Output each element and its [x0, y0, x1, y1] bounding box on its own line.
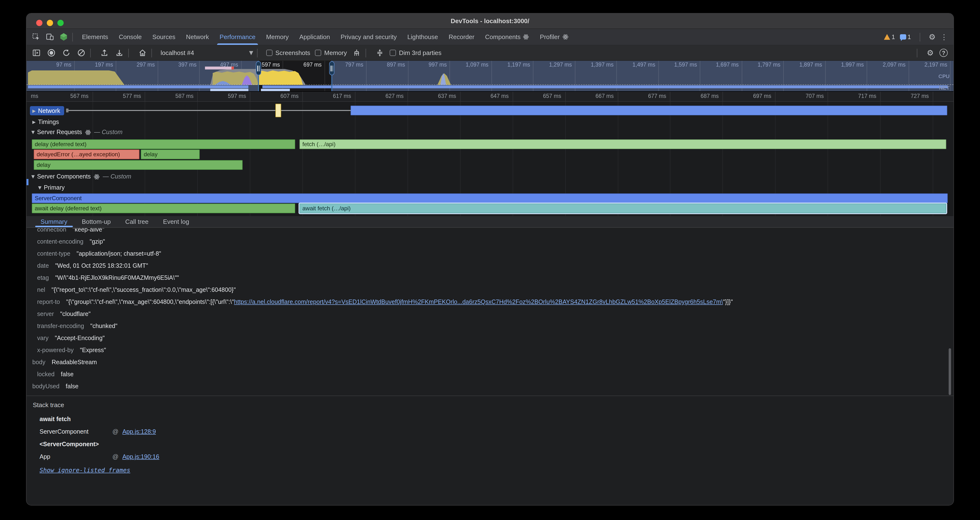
tab-label: Performance	[220, 33, 256, 41]
track-label-network[interactable]: ▶Network	[30, 106, 64, 115]
property-value: false	[66, 383, 79, 390]
details-tab-event-log[interactable]: Event log	[156, 216, 196, 227]
home-icon[interactable]	[137, 48, 148, 58]
tab-lighthouse[interactable]: Lighthouse	[402, 29, 443, 45]
collapse-sections-icon[interactable]	[374, 48, 385, 58]
reload-record-button[interactable]	[61, 48, 72, 58]
stack-frame: await fetch	[33, 413, 953, 425]
ruler-tick	[670, 92, 671, 101]
tab-network[interactable]: Network	[181, 29, 214, 45]
ruler-tick	[880, 92, 881, 101]
clear-button[interactable]	[76, 48, 86, 58]
overview-tick-label: 1,397 ms	[591, 62, 614, 68]
tab-label: Privacy and security	[341, 33, 397, 41]
screenshots-checkbox[interactable]	[266, 50, 272, 56]
selected-network-request-marker[interactable]	[275, 104, 281, 117]
overview-tick-label: 1,097 ms	[466, 62, 488, 68]
group-label-text: Server Components	[37, 173, 91, 180]
tab-components[interactable]: Components	[480, 29, 535, 45]
tab-sources[interactable]: Sources	[147, 29, 181, 45]
selection-right-handle[interactable]	[329, 61, 334, 75]
settings-gear-icon[interactable]: ⚙	[929, 32, 935, 41]
react-atom-icon	[85, 129, 91, 135]
timeline-entry[interactable]: delay	[34, 160, 243, 170]
timeline-entry[interactable]: delay	[141, 149, 200, 159]
summary-scrollbar-thumb[interactable]	[949, 348, 951, 395]
divider	[128, 48, 129, 57]
memory-checkbox[interactable]	[315, 50, 321, 56]
tab-console[interactable]: Console	[113, 29, 147, 45]
group-label-text: Primary	[44, 184, 65, 191]
timeline-entry-selected[interactable]: await fetch (…/api)	[299, 204, 946, 213]
frame-source-link[interactable]: App.js:190:16	[122, 453, 159, 460]
report-endpoint-link[interactable]: https://a.nel.cloudflare.com/report/v4?s…	[234, 299, 723, 305]
overview-tick-label: 197 ms	[95, 62, 113, 68]
show-ignore-listed-frames-link[interactable]: Show ignore-listed frames	[40, 464, 130, 476]
warnings-counter[interactable]: 1	[884, 33, 895, 40]
garbage-collect-icon[interactable]	[351, 48, 362, 58]
tab-memory[interactable]: Memory	[261, 29, 294, 45]
details-tab-summary[interactable]: Summary	[33, 216, 75, 227]
help-icon[interactable]: ?	[940, 49, 948, 57]
property-value: "gzip"	[90, 238, 105, 245]
overview-activity-shape	[28, 70, 124, 85]
frame-function-name: <ServerComponent>	[40, 438, 112, 450]
save-profile-icon[interactable]	[114, 48, 124, 58]
tab-application[interactable]: Application	[294, 29, 335, 45]
overview-tick-label: 1,797 ms	[758, 62, 781, 68]
overview-tick-label: 497 ms	[220, 62, 238, 68]
frame-at-symbol: @	[112, 453, 118, 460]
overview-tick-label: 1,597 ms	[674, 62, 697, 68]
tab-privacy-and-security[interactable]: Privacy and security	[336, 29, 402, 45]
frame-at-symbol: @	[112, 428, 118, 435]
devtools-tabbar: ElementsConsoleSourcesNetworkPerformance…	[27, 29, 953, 45]
timeline-overview[interactable]: 97 ms197 ms297 ms397 ms497 ms597 ms697 m…	[27, 61, 953, 92]
summary-property-row: vary"Accept-Encoding"	[27, 332, 953, 344]
timeline-entry[interactable]: delay (deferred text)	[32, 139, 295, 149]
history-dropdown[interactable]: localhost #4 ▼	[161, 49, 253, 56]
kebab-menu-icon[interactable]: ⋮	[940, 33, 948, 41]
show-sidebar-icon[interactable]	[31, 48, 41, 58]
timeline-ruler[interactable]: ms567 ms577 ms587 ms597 ms607 ms617 ms62…	[27, 92, 953, 102]
frame-source-link[interactable]: App.js:128:9	[122, 428, 156, 435]
ruler-tick-label: 637 ms	[438, 93, 456, 99]
record-button[interactable]	[46, 48, 56, 58]
details-tabbar: SummaryBottom-upCall treeEvent log	[27, 216, 953, 228]
ruler-tick	[512, 92, 513, 101]
capture-settings-gear-icon[interactable]: ⚙	[927, 48, 934, 57]
messages-counter[interactable]: 1	[900, 33, 911, 40]
group-label-server-requests[interactable]: ▼Server Requests— Custom	[31, 129, 123, 135]
tab-profiler[interactable]: Profiler	[535, 29, 574, 45]
tab-elements[interactable]: Elements	[77, 29, 113, 45]
summary-property-row: lockedfalse	[27, 369, 953, 381]
timeline-entry[interactable]: fetch (…/api)	[299, 139, 946, 149]
tab-recorder[interactable]: Recorder	[443, 29, 480, 45]
network-activity-bar[interactable]	[351, 106, 947, 115]
group-label-primary[interactable]: ▼Primary	[38, 184, 65, 191]
group-label-server-components[interactable]: ▼Server Components— Custom	[31, 173, 131, 180]
devtools-window: DevTools - localhost:3000/ ElementsConso…	[26, 13, 954, 506]
inspect-element-icon[interactable]	[31, 32, 40, 42]
timeline-entry[interactable]: await delay (deferred text)	[32, 204, 295, 213]
ruler-tick	[565, 92, 565, 101]
device-toolbar-icon[interactable]	[45, 32, 54, 42]
summary-property-row: bodyReadableStream	[27, 356, 953, 369]
timeline-entry[interactable]: delayedError (…ayed exception)	[34, 149, 139, 159]
track-label-timings[interactable]: ▶Timings	[32, 117, 59, 126]
summary-property-row: date"Wed, 01 Oct 2025 18:32:01 GMT"	[27, 260, 953, 272]
details-tab-bottom-up[interactable]: Bottom-up	[75, 216, 118, 227]
details-tab-call-tree[interactable]: Call tree	[118, 216, 156, 227]
track-label-text: Timings	[38, 118, 59, 125]
timeline-entry[interactable]: ServerComponent	[32, 194, 948, 203]
summary-property-row: report-to"{\"group\":\"cf-nel\",\"max_ag…	[27, 296, 953, 308]
ruler-tick-label: 577 ms	[123, 93, 141, 99]
tab-performance[interactable]: Performance	[215, 29, 261, 45]
dim-3rd-parties-checkbox[interactable]	[390, 50, 396, 56]
node-badge-icon[interactable]	[59, 32, 68, 42]
selection-left-handle[interactable]	[256, 61, 261, 75]
divider	[151, 48, 152, 57]
property-key: locked	[37, 371, 54, 378]
ruler-tick	[617, 92, 618, 101]
load-profile-icon[interactable]	[99, 48, 110, 58]
ruler-tick-label: 617 ms	[333, 93, 351, 99]
